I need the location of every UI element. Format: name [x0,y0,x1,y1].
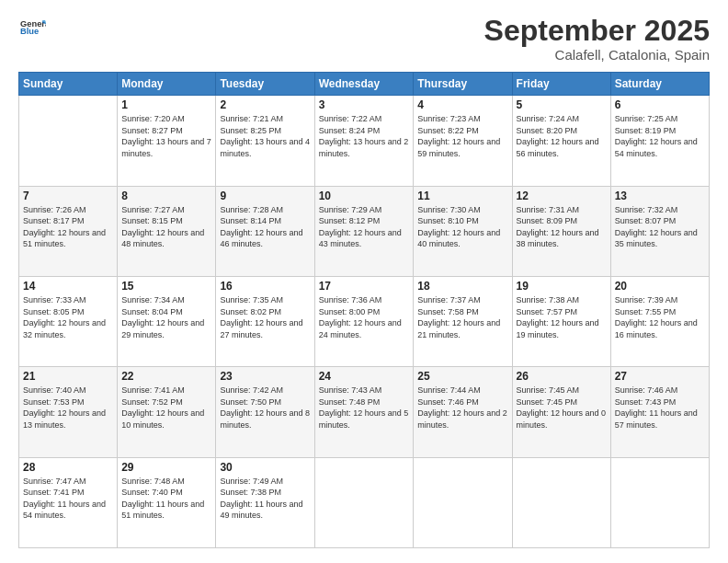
header: General Blue September 2025 Calafell, Ca… [18,15,710,63]
table-row: 27 Sunrise: 7:46 AMSunset: 7:43 PMDaylig… [610,367,709,457]
cell-text: Sunrise: 7:39 AMSunset: 7:55 PMDaylight:… [615,295,698,339]
table-row: 25 Sunrise: 7:44 AMSunset: 7:46 PMDaylig… [414,367,512,457]
cell-text: Sunrise: 7:42 AMSunset: 7:50 PMDaylight:… [220,385,310,430]
table-row: 18 Sunrise: 7:37 AMSunset: 7:58 PMDaylig… [414,276,512,366]
calendar-week-row: 21 Sunrise: 7:40 AMSunset: 7:53 PMDaylig… [19,367,710,457]
day-number: 30 [220,461,310,474]
table-row: 8 Sunrise: 7:27 AMSunset: 8:15 PMDayligh… [118,186,216,276]
cell-text: Sunrise: 7:49 AMSunset: 7:38 PMDaylight:… [220,477,302,521]
cell-text: Sunrise: 7:44 AMSunset: 7:46 PMDaylight:… [417,385,507,430]
th-tuesday: Tuesday [216,73,314,96]
table-row: 20 Sunrise: 7:39 AMSunset: 7:55 PMDaylig… [610,276,709,366]
table-row: 30 Sunrise: 7:49 AMSunset: 7:38 PMDaylig… [216,457,314,547]
cell-text: Sunrise: 7:34 AMSunset: 8:04 PMDaylight:… [121,295,204,339]
day-number: 25 [417,370,507,383]
cell-text: Sunrise: 7:22 AMSunset: 8:24 PMDaylight:… [319,114,409,158]
cell-text: Sunrise: 7:21 AMSunset: 8:25 PMDaylight:… [220,114,310,158]
table-row [512,457,610,547]
month-title: September 2025 [484,15,710,47]
day-number: 8 [121,190,211,202]
table-row: 26 Sunrise: 7:45 AMSunset: 7:45 PMDaylig… [512,367,610,457]
day-number: 20 [615,280,705,293]
day-number: 18 [417,280,507,293]
cell-text: Sunrise: 7:36 AMSunset: 8:00 PMDaylight:… [319,295,402,339]
day-number: 12 [517,190,607,202]
day-number: 29 [121,461,211,474]
day-number: 1 [121,98,211,111]
day-number: 28 [23,461,113,474]
table-row: 7 Sunrise: 7:26 AMSunset: 8:17 PMDayligh… [19,186,118,276]
table-row: 2 Sunrise: 7:21 AMSunset: 8:25 PMDayligh… [216,96,314,186]
svg-text:Blue: Blue [20,27,39,36]
cell-text: Sunrise: 7:27 AMSunset: 8:15 PMDaylight:… [121,205,204,249]
day-number: 15 [121,280,211,293]
day-number: 27 [615,370,705,383]
location: Calafell, Catalonia, Spain [484,47,710,63]
logo: General Blue [18,15,46,44]
day-number: 13 [615,190,705,202]
table-row: 3 Sunrise: 7:22 AMSunset: 8:24 PMDayligh… [314,96,414,186]
table-row: 19 Sunrise: 7:38 AMSunset: 7:57 PMDaylig… [512,276,610,366]
table-row: 22 Sunrise: 7:41 AMSunset: 7:52 PMDaylig… [118,367,216,457]
day-number: 22 [121,370,211,383]
day-number: 2 [220,98,310,111]
day-number: 24 [319,370,410,383]
table-row: 21 Sunrise: 7:40 AMSunset: 7:53 PMDaylig… [19,367,118,457]
th-friday: Friday [512,73,610,96]
table-row: 13 Sunrise: 7:32 AMSunset: 8:07 PMDaylig… [610,186,709,276]
cell-text: Sunrise: 7:23 AMSunset: 8:22 PMDaylight:… [417,114,500,158]
table-row: 29 Sunrise: 7:48 AMSunset: 7:40 PMDaylig… [118,457,216,547]
day-number: 26 [517,370,607,383]
th-saturday: Saturday [610,73,709,96]
th-wednesday: Wednesday [314,73,414,96]
table-row: 28 Sunrise: 7:47 AMSunset: 7:41 PMDaylig… [19,457,118,547]
cell-text: Sunrise: 7:30 AMSunset: 8:10 PMDaylight:… [417,205,500,249]
table-row: 11 Sunrise: 7:30 AMSunset: 8:10 PMDaylig… [414,186,512,276]
cell-text: Sunrise: 7:25 AMSunset: 8:19 PMDaylight:… [615,114,698,158]
table-row: 4 Sunrise: 7:23 AMSunset: 8:22 PMDayligh… [414,96,512,186]
cell-text: Sunrise: 7:28 AMSunset: 8:14 PMDaylight:… [220,205,302,249]
table-row: 16 Sunrise: 7:35 AMSunset: 8:02 PMDaylig… [216,276,314,366]
cell-text: Sunrise: 7:24 AMSunset: 8:20 PMDaylight:… [517,114,599,158]
table-row: 17 Sunrise: 7:36 AMSunset: 8:00 PMDaylig… [314,276,414,366]
cell-text: Sunrise: 7:29 AMSunset: 8:12 PMDaylight:… [319,205,402,249]
table-row [19,96,118,186]
table-row: 6 Sunrise: 7:25 AMSunset: 8:19 PMDayligh… [610,96,709,186]
table-row [414,457,512,547]
logo-icon: General Blue [20,15,46,40]
cell-text: Sunrise: 7:41 AMSunset: 7:52 PMDaylight:… [121,385,204,430]
day-number: 10 [319,190,410,202]
day-number: 17 [319,280,410,293]
page: General Blue September 2025 Calafell, Ca… [0,0,728,563]
table-row: 24 Sunrise: 7:43 AMSunset: 7:48 PMDaylig… [314,367,414,457]
cell-text: Sunrise: 7:47 AMSunset: 7:41 PMDaylight:… [23,477,106,521]
day-number: 6 [615,98,705,111]
day-number: 21 [23,370,113,383]
day-number: 14 [23,280,113,293]
cell-text: Sunrise: 7:33 AMSunset: 8:05 PMDaylight:… [23,295,106,339]
calendar-week-row: 14 Sunrise: 7:33 AMSunset: 8:05 PMDaylig… [19,276,710,366]
cell-text: Sunrise: 7:45 AMSunset: 7:45 PMDaylight:… [517,385,607,430]
table-row [610,457,709,547]
cell-text: Sunrise: 7:35 AMSunset: 8:02 PMDaylight:… [220,295,302,339]
day-number: 3 [319,98,410,111]
calendar-table: Sunday Monday Tuesday Wednesday Thursday… [18,72,710,548]
weekday-header-row: Sunday Monday Tuesday Wednesday Thursday… [19,73,710,96]
day-number: 16 [220,280,310,293]
th-thursday: Thursday [414,73,512,96]
day-number: 5 [517,98,607,111]
table-row [314,457,414,547]
table-row: 9 Sunrise: 7:28 AMSunset: 8:14 PMDayligh… [216,186,314,276]
th-monday: Monday [118,73,216,96]
cell-text: Sunrise: 7:20 AMSunset: 8:27 PMDaylight:… [121,114,211,158]
cell-text: Sunrise: 7:38 AMSunset: 7:57 PMDaylight:… [517,295,599,339]
cell-text: Sunrise: 7:48 AMSunset: 7:40 PMDaylight:… [121,477,204,521]
cell-text: Sunrise: 7:43 AMSunset: 7:48 PMDaylight:… [319,385,409,430]
day-number: 11 [417,190,507,202]
table-row: 10 Sunrise: 7:29 AMSunset: 8:12 PMDaylig… [314,186,414,276]
calendar-week-row: 7 Sunrise: 7:26 AMSunset: 8:17 PMDayligh… [19,186,710,276]
day-number: 7 [23,190,113,202]
cell-text: Sunrise: 7:26 AMSunset: 8:17 PMDaylight:… [23,205,106,249]
calendar-week-row: 1 Sunrise: 7:20 AMSunset: 8:27 PMDayligh… [19,96,710,186]
day-number: 23 [220,370,310,383]
